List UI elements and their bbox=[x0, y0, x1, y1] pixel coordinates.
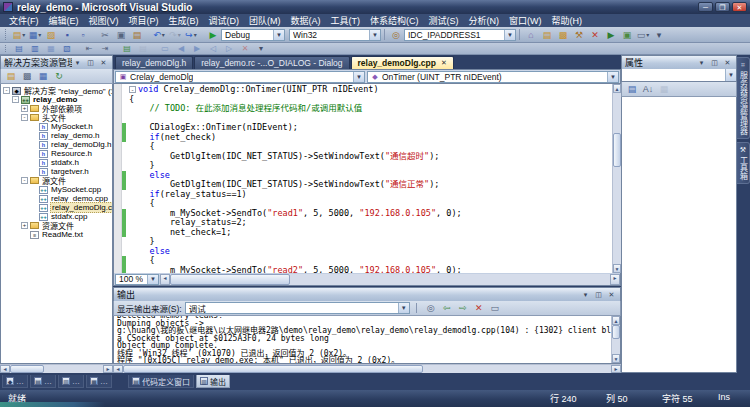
tree-item[interactable]: hResource.h bbox=[1, 149, 112, 158]
display-member-list-icon[interactable]: ▤ bbox=[12, 43, 26, 54]
resource-combo[interactable]: IDC_IPADDRESS1▼ bbox=[404, 29, 516, 41]
new-project-icon[interactable]: ▤▾ bbox=[12, 28, 26, 41]
scroll-down-icon[interactable]: ▼ bbox=[612, 354, 620, 363]
next-bookmark-folder-icon[interactable]: ▷ bbox=[222, 43, 236, 54]
scroll-left-icon[interactable]: ◄ bbox=[0, 365, 10, 373]
chevron-down-icon[interactable]: ▾ bbox=[178, 31, 181, 38]
team-explorer-tab[interactable]: ▦… bbox=[86, 375, 112, 388]
solution-explorer-hscrollbar[interactable]: ◄ ► bbox=[0, 364, 113, 373]
close-icon[interactable]: ✕ bbox=[441, 59, 447, 67]
output-log[interactable]: Detected memory leaks!Dumping objects ->… bbox=[114, 316, 611, 363]
save-all-icon[interactable]: ▫ bbox=[76, 28, 90, 41]
property-pages-icon[interactable]: ▦ bbox=[657, 83, 671, 96]
save-icon[interactable]: ▪ bbox=[60, 28, 74, 41]
next-bookmark-icon[interactable]: ▶ bbox=[190, 43, 204, 54]
word-completion-icon[interactable]: ▧ bbox=[60, 43, 74, 54]
tree-item[interactable]: hrelay_demo.h bbox=[1, 131, 112, 140]
paste-icon[interactable]: ▤ bbox=[130, 28, 144, 41]
alphabetical-icon[interactable]: A↓ bbox=[641, 83, 655, 96]
toolbar-options-icon[interactable]: ▾ bbox=[652, 28, 666, 41]
menu-file[interactable]: 文件(F) bbox=[4, 13, 44, 28]
output-titlebar[interactable]: 输出 ▾◫✕ bbox=[113, 287, 621, 301]
start-page-icon[interactable]: ▶ bbox=[604, 28, 618, 41]
resource-view-tab[interactable]: ▤… bbox=[30, 375, 56, 388]
categorized-icon[interactable]: ▤ bbox=[625, 83, 639, 96]
view-code-icon[interactable]: ▦ bbox=[36, 70, 50, 83]
scroll-right-icon[interactable]: ► bbox=[103, 365, 113, 373]
scroll-thumb[interactable] bbox=[170, 274, 290, 285]
window-position-icon[interactable]: ▾ bbox=[72, 59, 83, 67]
collapse-icon[interactable]: - bbox=[12, 96, 19, 103]
scroll-right-icon[interactable]: ► bbox=[611, 365, 621, 373]
menu-test[interactable]: 测试(S) bbox=[424, 13, 464, 28]
chevron-down-icon[interactable]: ▼ bbox=[504, 30, 515, 40]
comment-icon[interactable]: ▤ bbox=[120, 43, 134, 54]
previous-message-icon[interactable]: ⇦ bbox=[440, 302, 454, 315]
menu-window[interactable]: 窗口(W) bbox=[504, 13, 547, 28]
chevron-down-icon[interactable]: ▾ bbox=[38, 31, 41, 38]
menu-help[interactable]: 帮助(H) bbox=[547, 13, 588, 28]
output-source-combo[interactable]: 调试▼ bbox=[185, 302, 410, 314]
collapse-icon[interactable]: - bbox=[3, 87, 10, 94]
error-list-icon[interactable]: ✕ bbox=[588, 28, 602, 41]
chevron-down-icon[interactable]: ▼ bbox=[353, 72, 364, 82]
word-wrap-icon[interactable]: ▭ bbox=[488, 302, 502, 315]
close-icon[interactable]: ✕ bbox=[722, 59, 733, 67]
chevron-down-icon[interactable]: ▾ bbox=[646, 31, 649, 38]
toolbar-grip[interactable] bbox=[5, 45, 8, 53]
tree-item[interactable]: hrelay_demoDlg.h bbox=[1, 140, 112, 149]
expand-icon[interactable]: + bbox=[21, 222, 28, 229]
output-tab[interactable]: ▥输出 bbox=[196, 375, 230, 388]
title-bar[interactable]: relay_demo - Microsoft Visual Studio ─ ❐… bbox=[0, 0, 750, 14]
close-icon[interactable]: ✕ bbox=[98, 59, 109, 67]
chevron-down-icon[interactable]: ▾ bbox=[22, 31, 25, 38]
redo-icon[interactable]: ↷▾ bbox=[168, 28, 182, 41]
menu-team[interactable]: 团队(M) bbox=[244, 13, 286, 28]
property-manager-tab[interactable]: ▥… bbox=[58, 375, 84, 388]
auto-hide-pin-icon[interactable]: ◫ bbox=[709, 59, 720, 67]
toolbox-tab[interactable]: ⚒工具箱 bbox=[737, 142, 750, 184]
tree-item[interactable]: -源文件 bbox=[1, 176, 112, 185]
chevron-down-icon[interactable]: ▾ bbox=[162, 31, 165, 38]
window-position-icon[interactable]: ▾ bbox=[580, 291, 591, 299]
types-combo[interactable]: ▣ Crelay_demoDlg ▼ bbox=[115, 71, 365, 83]
chevron-down-icon[interactable]: ▾ bbox=[194, 31, 197, 38]
tree-item[interactable]: hMySocket.h bbox=[1, 122, 112, 131]
tree-item[interactable]: -头文件 bbox=[1, 113, 112, 122]
extension-manager-icon[interactable]: ▣ bbox=[620, 28, 634, 41]
toolbar-grip[interactable] bbox=[5, 29, 8, 40]
scroll-thumb[interactable] bbox=[612, 325, 620, 339]
scroll-thumb[interactable] bbox=[10, 365, 44, 373]
toggle-bookmark-icon[interactable]: ▭ bbox=[158, 43, 172, 54]
tree-item[interactable]: ++MySocket.cpp bbox=[1, 185, 112, 194]
output-vscrollbar[interactable]: ▲ ▼ bbox=[611, 316, 620, 363]
toolbar-options-icon[interactable]: ▾ bbox=[254, 43, 268, 54]
properties-grid[interactable] bbox=[621, 97, 737, 373]
properties-window-icon[interactable]: ▤ bbox=[540, 28, 554, 41]
scroll-thumb[interactable] bbox=[123, 365, 423, 373]
auto-hide-pin-icon[interactable]: ◫ bbox=[593, 291, 604, 299]
scroll-up-icon[interactable]: ▲ bbox=[613, 84, 621, 93]
solution-explorer-titlebar[interactable]: 解决方案资源管理器 ▾◫✕ bbox=[0, 55, 113, 69]
code-definition-window-tab[interactable]: ▤代码定义窗口 bbox=[128, 375, 194, 388]
code-editor[interactable]: -void Crelay_demoDlg::OnTimer(UINT_PTR n… bbox=[113, 84, 621, 273]
chevron-down-icon[interactable]: ▼ bbox=[273, 30, 284, 40]
tab-relay-demodlg-cpp[interactable]: relay_demoDlg.cpp✕ bbox=[351, 56, 454, 69]
undo-icon[interactable]: ↶▾ bbox=[152, 28, 166, 41]
scroll-left-icon[interactable]: ◄ bbox=[160, 274, 170, 285]
editor-hscrollbar[interactable]: ◄ ► bbox=[160, 274, 620, 285]
tree-item[interactable]: +资源文件 bbox=[1, 221, 112, 230]
tree-item[interactable]: hstdafx.h bbox=[1, 158, 112, 167]
indent-increase-icon[interactable]: ⇥ bbox=[98, 43, 112, 54]
uncomment-icon[interactable]: ▤ bbox=[136, 43, 150, 54]
quick-info-icon[interactable]: ▦ bbox=[44, 43, 58, 54]
output-hscrollbar[interactable]: ◄ ► bbox=[113, 364, 621, 373]
members-combo[interactable]: ◆ OnTimer (UINT_PTR nIDEvent) ▼ bbox=[367, 71, 619, 83]
collapse-icon[interactable]: - bbox=[21, 177, 28, 184]
editor-vscrollbar[interactable]: ▲ ▼ bbox=[612, 84, 621, 273]
close-button[interactable]: ✕ bbox=[732, 2, 747, 12]
zoom-combo[interactable]: 100 %▼ bbox=[115, 274, 159, 285]
menu-tools[interactable]: 工具(T) bbox=[326, 13, 366, 28]
menu-view[interactable]: 视图(V) bbox=[84, 13, 124, 28]
minimize-button[interactable]: ─ bbox=[698, 2, 713, 12]
